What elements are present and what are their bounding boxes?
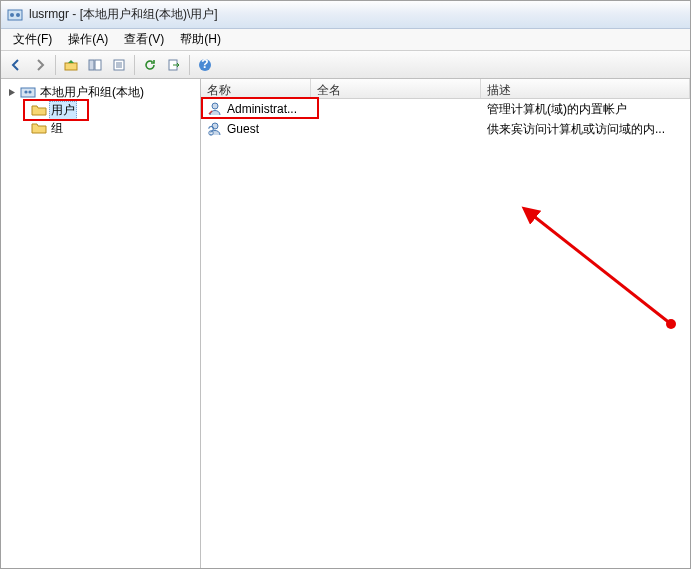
help-button[interactable]: ? [194,54,216,76]
back-button[interactable] [5,54,27,76]
menu-help[interactable]: 帮助(H) [172,29,229,50]
menu-file[interactable]: 文件(F) [5,29,60,50]
toolbar-separator [55,55,56,75]
show-hide-tree-button[interactable] [84,54,106,76]
app-icon [7,7,23,23]
annotation-highlight-users [23,99,89,121]
user-icon: ? [207,121,223,137]
svg-point-21 [666,319,676,329]
annotation-arrow [521,204,691,344]
export-list-button[interactable] [163,54,185,76]
collapse-icon[interactable] [7,87,18,98]
cell-desc: 供来宾访问计算机或访问域的内... [487,121,665,138]
svg-point-1 [10,13,14,17]
tree-groups-label: 组 [49,119,65,138]
toolbar: ? [1,51,690,79]
column-header-name[interactable]: 名称 [201,79,311,98]
properties-button[interactable] [108,54,130,76]
up-folder-button[interactable] [60,54,82,76]
users-groups-icon [20,84,36,100]
tree-groups-node[interactable]: 组 [1,119,200,137]
window-title: lusrmgr - [本地用户和组(本地)\用户] [29,6,218,23]
svg-point-2 [16,13,20,17]
list-header: 名称 全名 描述 [201,79,690,99]
svg-rect-13 [21,88,35,97]
svg-line-20 [531,214,671,324]
svg-rect-5 [95,60,101,70]
svg-point-14 [24,90,27,93]
svg-text:?: ? [208,124,215,137]
svg-point-15 [28,90,31,93]
svg-rect-4 [89,60,94,70]
menu-action[interactable]: 操作(A) [60,29,116,50]
tree-pane[interactable]: 本地用户和组(本地) 用户 组 [1,79,201,568]
cell-desc: 管理计算机(域)的内置帐户 [487,101,627,118]
column-header-desc[interactable]: 描述 [481,79,690,98]
list-body: Administrat... 管理计算机(域)的内置帐户 ? Guest [201,99,690,568]
toolbar-separator [134,55,135,75]
cell-name: Guest [227,122,259,136]
refresh-button[interactable] [139,54,161,76]
menu-bar: 文件(F) 操作(A) 查看(V) 帮助(H) [1,29,690,51]
content-area: 本地用户和组(本地) 用户 组 名称 全名 描述 [1,79,690,568]
forward-button[interactable] [29,54,51,76]
annotation-highlight-admin [201,97,319,119]
menu-view[interactable]: 查看(V) [116,29,172,50]
list-pane[interactable]: 名称 全名 描述 Administrat... 管理计算 [201,79,690,568]
column-header-fullname[interactable]: 全名 [311,79,481,98]
folder-icon [31,120,47,136]
window-frame: lusrmgr - [本地用户和组(本地)\用户] 文件(F) 操作(A) 查看… [0,0,691,569]
svg-text:?: ? [201,58,208,71]
svg-rect-3 [65,63,77,70]
title-bar[interactable]: lusrmgr - [本地用户和组(本地)\用户] [1,1,690,29]
toolbar-separator [189,55,190,75]
list-row[interactable]: ? Guest 供来宾访问计算机或访问域的内... [201,119,690,139]
